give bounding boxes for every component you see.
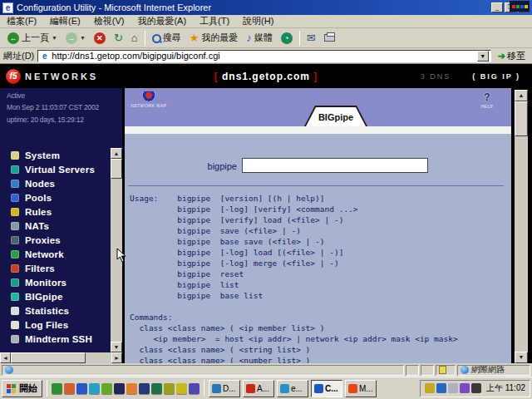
forward-button[interactable]: → ▼ xyxy=(62,29,90,47)
virtual-servers-icon xyxy=(11,165,19,174)
system-tray: 上午 11:02 xyxy=(420,380,530,397)
scroll-down-icon[interactable]: ▼ xyxy=(111,342,122,352)
sidebar-item-statistics[interactable]: Statistics xyxy=(0,303,122,318)
quick-launch-icon-12[interactable] xyxy=(189,383,200,394)
tray-icon-4[interactable] xyxy=(460,383,470,393)
quick-launch-icon-5[interactable] xyxy=(101,383,112,394)
address-dropdown-icon[interactable]: ▼ xyxy=(477,51,489,62)
quick-launch-icon-7[interactable] xyxy=(126,383,137,394)
sidebar-item-monitors[interactable]: Monitors xyxy=(0,275,122,289)
tray-icon-2[interactable] xyxy=(436,383,446,393)
sidebar-item-virtual-servers[interactable]: Virtual Servers xyxy=(0,162,122,176)
stop-button[interactable]: ✕ xyxy=(90,29,110,47)
taskbar-task-2[interactable]: A... xyxy=(243,380,274,397)
help-button[interactable]: ? HELP xyxy=(476,91,498,109)
scroll-thumb[interactable] xyxy=(515,101,528,136)
status-datetime: Mon Sep 2 11:03:07 CST 2002 xyxy=(7,103,99,111)
sidebar-item-bigpipe[interactable]: BIGpipe xyxy=(0,289,122,303)
minimize-button[interactable]: _ xyxy=(491,2,503,12)
media-button[interactable]: ♪ 媒體 xyxy=(242,29,277,47)
quick-launch-icon-8[interactable] xyxy=(139,383,150,394)
search-button[interactable]: 搜尋 xyxy=(148,29,185,47)
sidebar-item-rules[interactable]: Rules xyxy=(0,204,122,219)
link-3dns[interactable]: 3 DNS xyxy=(421,72,451,81)
taskbar-separator xyxy=(204,380,204,397)
sidebar-item-pools[interactable]: Pools xyxy=(0,190,122,204)
scroll-up-icon[interactable]: ▲ xyxy=(515,90,528,101)
sidebar-item-log-files[interactable]: Log Files xyxy=(0,318,122,332)
link-bigip[interactable]: ( BIG IP ) xyxy=(472,72,520,81)
mouse-cursor xyxy=(116,248,126,263)
back-button[interactable]: ← 上一頁▼ xyxy=(3,29,62,47)
status-state: Active xyxy=(7,91,25,100)
toolbar-separator xyxy=(299,31,300,46)
quick-launch-icon-1[interactable] xyxy=(52,383,62,394)
menu-item[interactable]: 檔案(F) xyxy=(0,15,43,27)
quick-launch-icon-2[interactable] xyxy=(64,383,75,394)
scroll-thumb[interactable] xyxy=(11,352,86,363)
sidebar-item-nats[interactable]: NATs xyxy=(0,219,122,233)
pools-icon xyxy=(11,194,19,202)
menu-item[interactable]: 編輯(E) xyxy=(43,15,87,27)
network-map-icon xyxy=(142,91,155,102)
scroll-down-icon[interactable]: ▼ xyxy=(515,352,528,363)
mail-button[interactable]: ✉ xyxy=(303,29,320,47)
taskbar-task-5[interactable]: M... xyxy=(345,380,377,397)
quick-launch-icon-11[interactable] xyxy=(176,383,187,394)
back-dropdown-icon[interactable]: ▼ xyxy=(52,35,57,41)
taskbar-task-1[interactable]: D... xyxy=(209,380,240,397)
quick-launch-icon-9[interactable] xyxy=(151,383,162,394)
quick-launch-icon-3[interactable] xyxy=(76,383,87,394)
ie-throbber-logo xyxy=(510,1,530,12)
refresh-icon: ↻ xyxy=(114,32,123,44)
bigpipe-command-input[interactable] xyxy=(242,158,428,173)
network-map-button[interactable]: NETWORK MAP xyxy=(131,91,167,108)
quick-launch-icon-10[interactable] xyxy=(164,383,175,394)
menu-item[interactable]: 我的最愛(A) xyxy=(131,15,193,27)
scroll-up-icon[interactable]: ▲ xyxy=(111,148,122,159)
back-icon: ← xyxy=(7,32,19,44)
taskbar-clock: 上午 11:02 xyxy=(484,382,525,394)
sidebar-item-mindterm-ssh[interactable]: Mindterm SSH xyxy=(0,332,122,346)
windows-logo-icon xyxy=(7,384,17,393)
refresh-button[interactable]: ↻ xyxy=(110,29,127,47)
content-vertical-scrollbar[interactable]: ▲ ▼ xyxy=(515,90,528,363)
ie-app-icon: e xyxy=(2,2,13,13)
go-button[interactable]: ➔ 移至 xyxy=(495,50,529,62)
bigpipe-usage-output: Usage: bigpipe [version] [(h | help)] bi… xyxy=(130,193,458,363)
print-button[interactable] xyxy=(320,29,339,47)
sidebar-item-system[interactable]: System xyxy=(0,148,122,162)
menu-item[interactable]: 說明(H) xyxy=(236,15,280,27)
quick-launch-icon-6[interactable] xyxy=(114,383,125,394)
internet-zone-icon xyxy=(461,366,469,374)
address-input[interactable] xyxy=(52,51,475,61)
home-button[interactable]: ⌂ xyxy=(127,29,142,47)
scroll-left-icon[interactable]: ◄ xyxy=(0,352,11,363)
start-button[interactable]: 開始 xyxy=(2,380,42,397)
sidebar-horizontal-scrollbar[interactable]: ◄ ► xyxy=(0,352,122,363)
taskbar-task-3[interactable]: e... xyxy=(277,380,308,397)
tray-icon-1[interactable] xyxy=(425,383,435,393)
sidebar: Active Mon Sep 2 11:03:07 CST 2002 uptim… xyxy=(0,88,122,352)
task-icon xyxy=(348,384,357,393)
nodes-icon xyxy=(11,180,19,188)
scroll-thumb[interactable] xyxy=(111,159,122,179)
menu-item[interactable]: 工具(T) xyxy=(193,15,236,27)
history-button[interactable]: ◔ xyxy=(277,29,297,47)
scroll-right-icon[interactable]: ► xyxy=(111,352,122,363)
favorites-button[interactable]: ★ 我的最愛 xyxy=(185,29,243,47)
sidebar-item-nodes[interactable]: Nodes xyxy=(0,176,122,190)
favorites-star-icon: ★ xyxy=(190,32,200,44)
tray-icon-5[interactable] xyxy=(471,383,481,393)
taskbar-task-4[interactable]: C... xyxy=(311,380,342,397)
menu-item[interactable]: 檢視(V) xyxy=(87,15,131,27)
quick-launch-icon-4[interactable] xyxy=(89,383,100,394)
sidebar-item-filters[interactable]: Filters xyxy=(0,261,122,275)
forward-dropdown-icon[interactable]: ▼ xyxy=(80,35,86,41)
sidebar-item-network[interactable]: Network xyxy=(0,247,122,261)
tab-bigpipe[interactable]: BIGpipe xyxy=(304,106,367,126)
statistics-icon xyxy=(11,307,19,315)
tray-icon-3[interactable] xyxy=(448,383,458,393)
sidebar-item-proxies[interactable]: Proxies xyxy=(0,233,122,247)
task-icon xyxy=(246,384,255,393)
